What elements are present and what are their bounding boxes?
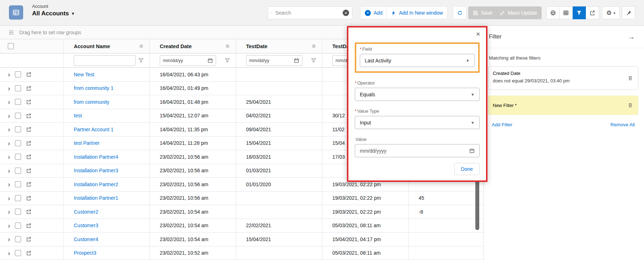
row-checkbox[interactable]	[15, 85, 21, 91]
expand-chevron-icon[interactable]: ›	[8, 85, 10, 92]
done-button[interactable]: Done	[454, 163, 480, 175]
expand-chevron-icon[interactable]: ›	[8, 126, 10, 133]
view-selector[interactable]: All Accounts ▼	[32, 10, 75, 17]
select-all-checkbox[interactable]	[8, 43, 14, 49]
expand-chevron-icon[interactable]: ›	[8, 140, 10, 147]
close-icon[interactable]: ✕	[476, 31, 480, 37]
row-checkbox[interactable]	[15, 126, 21, 132]
filter-funnel-icon[interactable]	[138, 58, 144, 63]
account-name-link[interactable]: New Test	[74, 72, 94, 77]
created-date-cell: 14/04/2021, 11:35 pm	[150, 123, 236, 136]
expand-chevron-icon[interactable]: ›	[8, 222, 10, 229]
filter-card-created-date[interactable]: Created Date does not equal 29/03/2021, …	[488, 66, 638, 90]
account-name-link[interactable]: Partner Account 1	[74, 127, 113, 132]
expand-chevron-icon[interactable]: ›	[8, 153, 10, 160]
testdate-filter-input[interactable]: mm/dd/yy	[246, 55, 302, 66]
account-name-link[interactable]: Installation Partner1	[74, 195, 118, 201]
filter-card-new-filter[interactable]: New Filter *	[488, 96, 638, 115]
open-record-icon[interactable]	[26, 99, 31, 104]
operator-dropdown[interactable]: Equals ▼	[355, 88, 480, 101]
add-filter-link[interactable]: Add Filter	[492, 122, 512, 127]
open-record-icon[interactable]	[26, 236, 31, 242]
open-record-icon[interactable]	[26, 250, 31, 256]
filter-panel-button[interactable]	[573, 6, 586, 19]
row-checkbox[interactable]	[15, 71, 21, 77]
delete-filter-icon[interactable]	[628, 76, 633, 81]
row-checkbox[interactable]	[15, 99, 21, 105]
row-checkbox[interactable]	[15, 140, 21, 146]
expand-chevron-icon[interactable]: ›	[8, 71, 10, 78]
mass-update-button[interactable]: Mass Update	[495, 6, 542, 19]
open-record-icon[interactable]	[26, 141, 31, 146]
add-button[interactable]: + Add	[360, 6, 387, 19]
delete-filter-icon[interactable]	[628, 103, 633, 108]
row-checkbox[interactable]	[15, 181, 21, 187]
filter-funnel-icon[interactable]	[225, 58, 230, 63]
row-checkbox[interactable]	[15, 236, 21, 242]
value-date-input[interactable]: mm/dd/yyyy	[355, 144, 480, 157]
save-button[interactable]: Save	[468, 6, 497, 19]
row-checkbox[interactable]	[15, 250, 21, 256]
open-record-icon[interactable]	[26, 182, 31, 187]
value-label: Value	[356, 137, 367, 142]
expand-chevron-icon[interactable]: ›	[8, 236, 10, 243]
open-record-icon[interactable]	[26, 223, 31, 228]
account-name-link[interactable]: from community	[74, 99, 109, 105]
filter-funnel-icon[interactable]	[311, 58, 316, 63]
account-name-link[interactable]: Customer4	[74, 236, 98, 242]
row-checkbox[interactable]	[15, 223, 21, 229]
account-name-link[interactable]: Customer2	[74, 209, 98, 215]
row-checkbox[interactable]	[15, 154, 21, 160]
expand-chevron-icon[interactable]: ›	[8, 98, 10, 105]
settings-button[interactable]: ⚙ ▾	[602, 6, 620, 19]
expand-chevron-icon[interactable]: ›	[8, 181, 10, 188]
expand-chevron-icon[interactable]: ›	[8, 167, 10, 174]
add-in-new-window-button[interactable]: Add In New window	[386, 6, 448, 19]
open-record-icon[interactable]	[26, 168, 31, 173]
column-menu-icon[interactable]: ≡	[312, 43, 316, 50]
column-header-testdate[interactable]: TestDate ≡	[236, 39, 322, 53]
account-name-link[interactable]: test Partner	[74, 140, 99, 146]
row-checkbox[interactable]	[15, 209, 21, 215]
open-record-icon[interactable]	[26, 113, 31, 118]
open-record-icon[interactable]	[26, 72, 31, 77]
column-menu-icon[interactable]: ≡	[139, 43, 143, 50]
value-type-dropdown[interactable]: Input ▼	[355, 116, 480, 129]
collapse-panel-icon[interactable]: →	[628, 33, 635, 41]
pin-button[interactable]	[622, 6, 635, 19]
expand-chevron-icon[interactable]: ›	[8, 195, 10, 202]
account-name-link[interactable]: Installation Partner3	[74, 168, 118, 173]
row-checkbox[interactable]	[15, 195, 21, 201]
account-name-link[interactable]: test	[74, 113, 82, 118]
open-record-icon[interactable]	[26, 209, 31, 214]
open-external-button[interactable]	[586, 6, 599, 19]
created-date-filter-input[interactable]: mm/dd/yy	[160, 55, 216, 66]
search-input[interactable]	[275, 10, 340, 16]
expand-chevron-icon[interactable]: ›	[8, 208, 10, 215]
open-record-icon[interactable]	[26, 195, 31, 201]
account-name-link[interactable]: Customer3	[74, 223, 98, 228]
table-view-button[interactable]	[559, 6, 573, 19]
clear-search-icon[interactable]: ✕	[343, 10, 349, 16]
account-name-link[interactable]: Prospect3	[74, 250, 96, 256]
remove-all-link[interactable]: Remove All	[610, 122, 635, 127]
globe-view-button[interactable]	[546, 6, 559, 19]
refresh-button[interactable]	[453, 6, 466, 19]
account-name-filter-input[interactable]	[74, 55, 136, 66]
field-dropdown[interactable]: Last Activity ▼	[360, 54, 475, 67]
account-name-link[interactable]: Installation Partner4	[74, 154, 118, 160]
row-checkbox[interactable]	[15, 113, 21, 119]
row-checkbox[interactable]	[15, 168, 21, 174]
account-name-link[interactable]: Installation Partner2	[74, 182, 118, 187]
expand-chevron-icon[interactable]: ›	[8, 250, 10, 256]
column-menu-icon[interactable]: ≡	[226, 43, 229, 50]
account-name-link[interactable]: from community 1	[74, 85, 113, 91]
open-record-icon[interactable]	[26, 127, 31, 132]
column-header-created-date[interactable]: Created Date ≡	[150, 39, 236, 53]
expand-chevron-icon[interactable]: ›	[8, 112, 10, 119]
open-record-icon[interactable]	[26, 86, 31, 91]
open-record-icon[interactable]	[26, 154, 31, 159]
column-header-account-name[interactable]: Account Name ≡	[64, 39, 150, 53]
test-date-cell	[236, 68, 322, 81]
created-date-cell: 23/02/2021, 10:56 am	[150, 192, 236, 205]
